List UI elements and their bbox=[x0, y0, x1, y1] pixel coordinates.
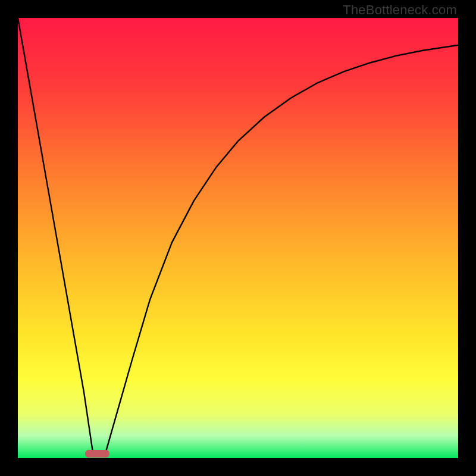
bottleneck-curve bbox=[18, 18, 458, 458]
watermark-text: TheBottleneck.com bbox=[343, 2, 457, 18]
chart-frame: TheBottleneck.com bbox=[0, 0, 476, 476]
plot-area bbox=[18, 18, 458, 458]
optimal-marker bbox=[85, 450, 109, 458]
